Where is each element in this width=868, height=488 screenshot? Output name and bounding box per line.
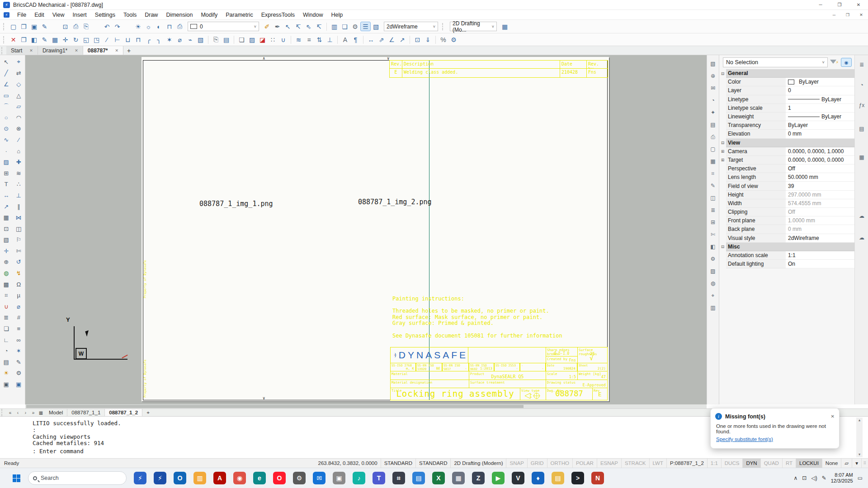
- search-input[interactable]: Search: [28, 471, 127, 485]
- scrollbar-thumb[interactable]: [26, 405, 524, 408]
- last-layout-icon[interactable]: »: [29, 409, 37, 416]
- horizontal-scrollbar[interactable]: [25, 404, 707, 408]
- percent-icon[interactable]: %: [438, 35, 448, 44]
- status-toggle[interactable]: DYN: [743, 459, 760, 468]
- property-row[interactable]: Linetype ByLayer: [719, 95, 854, 104]
- layout-tab[interactable]: Model: [45, 409, 67, 416]
- layer-states-icon[interactable]: ≡: [304, 35, 314, 44]
- block-icon[interactable]: ⊡: [412, 35, 423, 44]
- expander-icon[interactable]: ⊞: [719, 158, 726, 162]
- property-value[interactable]: 0.0000, 0.0000, 1.0000: [786, 147, 854, 156]
- hash-icon[interactable]: #: [14, 312, 24, 324]
- undo-arc-icon[interactable]: ↺: [14, 257, 24, 268]
- property-row[interactable]: ⊟ Misc: [719, 243, 854, 251]
- minimize-button[interactable]: ─: [811, 0, 830, 9]
- status-toggle[interactable]: GRID: [528, 459, 547, 468]
- expander-icon[interactable]: ⊞: [719, 149, 726, 154]
- taskbar-app-icon[interactable]: ✉: [313, 472, 326, 484]
- separator[interactable]: [291, 36, 291, 44]
- property-value[interactable]: [786, 69, 854, 78]
- menu-item[interactable]: ExpressTools: [257, 10, 299, 19]
- trim-icon[interactable]: ∕: [102, 35, 112, 44]
- waves-icon[interactable]: ≋: [14, 168, 24, 179]
- arc2-icon[interactable]: ◠: [14, 112, 24, 123]
- perpendicular-icon[interactable]: ⊥: [14, 190, 24, 201]
- rotate-icon[interactable]: ↻: [71, 35, 81, 44]
- tray-pen-icon[interactable]: ✎: [822, 475, 826, 481]
- menu-item[interactable]: Edit: [30, 10, 48, 19]
- layout-tab[interactable]: 088787_1_1: [67, 409, 105, 416]
- mech-settings-icon[interactable]: ⚙: [448, 35, 459, 44]
- close-icon[interactable]: ✕: [29, 48, 33, 53]
- property-row[interactable]: Color ByLayer: [719, 78, 854, 86]
- separator[interactable]: [363, 36, 363, 44]
- leader-icon[interactable]: ↗: [397, 35, 407, 44]
- property-row[interactable]: Visual style 2dWireframe: [719, 234, 854, 243]
- tray-volume-icon[interactable]: ◁): [811, 475, 817, 481]
- export-icon[interactable]: ⎘: [81, 22, 91, 31]
- image-panel-icon[interactable]: ▨: [708, 265, 717, 277]
- property-row[interactable]: Height 297.0000 mm: [719, 191, 854, 199]
- taskbar-app-icon[interactable]: ⚙: [293, 472, 306, 484]
- tabs-grip[interactable]: [1, 47, 3, 54]
- notification-icon[interactable]: ▭: [858, 475, 863, 481]
- taskbar-app-icon[interactable]: ▦: [452, 472, 465, 484]
- separator[interactable]: [435, 36, 436, 44]
- leader-icon[interactable]: ↗: [1, 201, 11, 212]
- toolbar-grip[interactable]: [3, 36, 5, 43]
- array-icon[interactable]: ▦: [50, 35, 60, 44]
- stretch-icon[interactable]: ◳: [91, 35, 102, 44]
- status-toggle[interactable]: POLAR: [573, 459, 597, 468]
- status-toggle[interactable]: 2D Drafting (Modern): [451, 459, 506, 468]
- taskbar-app-icon[interactable]: O: [273, 472, 286, 484]
- diamond-icon[interactable]: ◇: [14, 79, 24, 90]
- close-icon[interactable]: ✕: [115, 48, 119, 53]
- tray-chevron-icon[interactable]: ∧: [794, 475, 798, 481]
- property-value[interactable]: Off: [786, 208, 854, 216]
- menu-item[interactable]: Help: [327, 10, 347, 19]
- property-row[interactable]: Default lighting On: [719, 260, 854, 268]
- taskbar-app-icon[interactable]: ⚡: [134, 472, 146, 484]
- micro-icon[interactable]: µ: [14, 290, 24, 301]
- print-panel-icon[interactable]: ⎙: [708, 131, 717, 143]
- separator[interactable]: [410, 36, 410, 44]
- render-image-icon[interactable]: ▧: [371, 22, 381, 31]
- taskbar-app-icon[interactable]: ⚡: [154, 472, 166, 484]
- property-value[interactable]: 1: [786, 104, 854, 113]
- triangle-icon[interactable]: △: [14, 90, 24, 101]
- point-cloud-icon[interactable]: ∷: [268, 35, 278, 44]
- property-row[interactable]: Elevation 0 mm: [719, 130, 854, 138]
- status-toggle[interactable]: 1:1: [708, 459, 722, 468]
- parallelogram-icon[interactable]: ▱: [14, 101, 24, 112]
- menu-item[interactable]: Tools: [119, 10, 141, 19]
- hatch-icon[interactable]: ≋: [293, 35, 304, 44]
- attach-image-icon[interactable]: ▨: [247, 35, 257, 44]
- prev-layout-icon[interactable]: ‹: [14, 409, 22, 416]
- panel-icon[interactable]: ▣: [14, 379, 24, 390]
- text-icon[interactable]: T: [1, 179, 11, 190]
- sun-icon[interactable]: ☀: [1, 368, 11, 379]
- property-row[interactable]: Lens length 50.0000 mm: [719, 173, 854, 182]
- doc-close-button[interactable]: ✕: [854, 10, 868, 19]
- taskbar-app-icon[interactable]: ▤: [412, 472, 425, 484]
- lightning-measure-icon[interactable]: ⌁: [185, 35, 195, 44]
- expander-icon[interactable]: ⊟: [719, 71, 726, 76]
- edit-panel-icon[interactable]: ✎: [708, 179, 717, 192]
- home-icon[interactable]: ⌂: [14, 145, 24, 157]
- visual-style-combo[interactable]: 2dWireframe ˅: [384, 22, 438, 31]
- slash-icon[interactable]: ∕: [14, 134, 24, 145]
- status-toggle[interactable]: QUAD: [761, 459, 783, 468]
- document-tab[interactable]: Drawing1* ✕: [38, 46, 83, 55]
- menu-item[interactable]: File: [13, 10, 30, 19]
- workspace-grid-icon[interactable]: ▦: [500, 22, 510, 31]
- redo-icon[interactable]: ↷: [112, 22, 123, 31]
- property-value[interactable]: ByLayer: [786, 113, 854, 121]
- scale-icon[interactable]: ◱: [81, 35, 91, 44]
- fillet-icon[interactable]: ╭: [143, 35, 154, 44]
- layer-on-icon[interactable]: ☀: [133, 22, 143, 31]
- copy-icon[interactable]: ❐: [19, 35, 29, 44]
- print-preview-icon[interactable]: ⊡: [60, 22, 71, 31]
- parallel-icon[interactable]: ∥: [14, 201, 24, 212]
- ucs-icon[interactable]: ∟: [1, 334, 11, 346]
- separator[interactable]: [326, 23, 327, 31]
